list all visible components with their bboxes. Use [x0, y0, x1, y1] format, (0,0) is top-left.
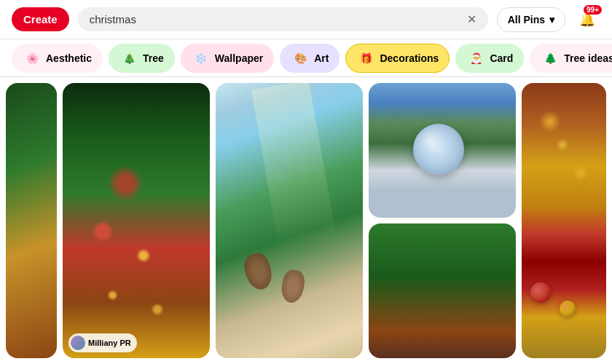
search-input[interactable]: [90, 13, 461, 25]
search-bar: ✕: [78, 7, 488, 31]
pin-card[interactable]: [6, 83, 57, 358]
category-icon-decorations: 🎁: [356, 49, 375, 68]
category-label-wallpaper: Wallpaper: [215, 52, 263, 64]
pin-card[interactable]: [522, 83, 606, 358]
category-icon-tree: 🎄: [119, 49, 138, 68]
gallery-col-4: [522, 83, 606, 358]
category-label-aesthetic: Aesthetic: [46, 52, 92, 64]
category-icon-wallpaper: ❄️: [192, 49, 211, 68]
all-pins-label: All Pins: [508, 14, 545, 25]
header: Create ✕ All Pins ▾ 🔔 99+: [0, 0, 612, 39]
gallery-col-3: [369, 83, 516, 358]
pin-card[interactable]: [369, 83, 516, 218]
gallery-col-0: [6, 83, 57, 358]
category-pill-aesthetic[interactable]: 🌸Aesthetic: [12, 44, 103, 73]
pin-card[interactable]: [216, 83, 363, 358]
category-icon-aesthetic: 🌸: [23, 49, 42, 68]
create-button[interactable]: Create: [12, 7, 69, 31]
gallery-col-1: Milliany PR: [63, 83, 210, 358]
pin-card[interactable]: Milliany PR: [63, 83, 210, 358]
notification-badge: 99+: [584, 5, 602, 15]
all-pins-button[interactable]: All Pins ▾: [497, 7, 565, 32]
notification-button[interactable]: 🔔 99+: [574, 7, 600, 33]
category-pill-tree-ideas[interactable]: 🌲Tree ideas: [530, 44, 612, 73]
category-icon-art: 🎨: [291, 49, 310, 68]
pin-gallery: Milliany PR: [0, 77, 612, 364]
gallery-col-2: [216, 83, 363, 358]
username: Milliany PR: [88, 339, 131, 347]
pin-card[interactable]: [369, 223, 516, 358]
category-icon-card: 🎅: [466, 49, 485, 68]
category-pill-art[interactable]: 🎨Art: [280, 44, 340, 73]
avatar: [71, 336, 85, 350]
category-pill-card[interactable]: 🎅Card: [455, 44, 524, 73]
category-label-art: Art: [314, 52, 329, 64]
user-badge: Milliany PR: [68, 333, 137, 352]
search-clear-button[interactable]: ✕: [467, 14, 476, 25]
category-pill-wallpaper[interactable]: ❄️Wallpaper: [181, 44, 274, 73]
category-label-card: Card: [490, 52, 513, 64]
category-pill-tree[interactable]: 🎄Tree: [109, 44, 175, 73]
category-label-tree: Tree: [143, 52, 164, 64]
category-pill-decorations[interactable]: 🎁Decorations: [345, 44, 450, 73]
category-label-tree-ideas: Tree ideas: [564, 52, 612, 64]
category-icon-tree-ideas: 🌲: [541, 49, 560, 68]
chevron-down-icon: ▾: [549, 14, 554, 25]
category-bar: 🌸Aesthetic🎄Tree❄️Wallpaper🎨Art🎁Decoratio…: [0, 39, 612, 77]
category-label-decorations: Decorations: [380, 52, 439, 64]
